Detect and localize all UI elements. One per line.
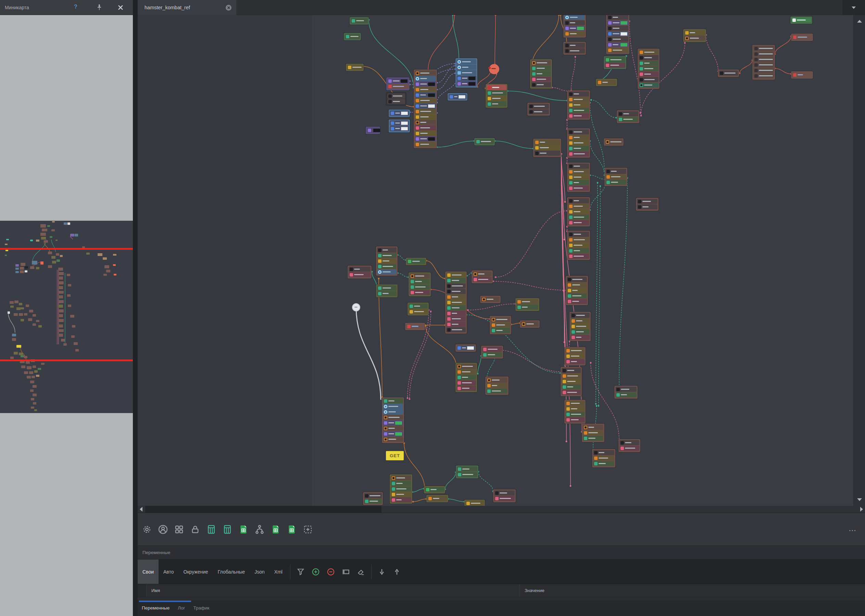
node-action-row[interactable] <box>639 82 659 88</box>
node-action-row[interactable] <box>753 46 774 51</box>
node-action-row[interactable] <box>605 169 626 174</box>
graph-node[interactable] <box>567 197 590 226</box>
node-action-row[interactable] <box>568 174 589 180</box>
node-action-row[interactable] <box>517 299 538 304</box>
node-action-row[interactable] <box>593 450 614 455</box>
node-action-row[interactable] <box>415 142 436 147</box>
node-action-row[interactable] <box>568 169 589 174</box>
node-action-row[interactable] <box>415 109 436 114</box>
graph-node[interactable] <box>718 69 739 77</box>
graph-node[interactable] <box>636 198 659 211</box>
node-action-row[interactable] <box>570 329 590 334</box>
bottom-tab-переменные[interactable]: Переменные <box>138 600 173 611</box>
node-action-row[interactable] <box>615 392 637 397</box>
node-action-row[interactable] <box>457 369 476 374</box>
node-action-row[interactable] <box>570 335 590 340</box>
value-box[interactable] <box>428 82 435 86</box>
node-action-row[interactable] <box>415 120 436 125</box>
scroll-left-icon[interactable] <box>140 507 142 512</box>
node-action-row[interactable] <box>566 417 585 422</box>
variables-tab-окружение[interactable]: Окружение <box>179 559 213 584</box>
graph-node[interactable] <box>563 15 586 38</box>
graph-node[interactable] <box>346 64 364 71</box>
node-action-row[interactable] <box>387 99 405 104</box>
tab-close-icon[interactable] <box>226 5 232 11</box>
node-action-row[interactable] <box>568 163 589 169</box>
node-action-row[interactable] <box>487 90 506 96</box>
graph-canvas[interactable]: GET <box>138 15 853 506</box>
node-action-row[interactable] <box>607 42 629 47</box>
node-action-row[interactable] <box>568 151 589 156</box>
graph-node[interactable] <box>455 363 477 392</box>
node-action-row[interactable] <box>410 273 430 278</box>
settings-gear-icon[interactable] <box>142 524 152 534</box>
node-action-row[interactable] <box>486 388 507 394</box>
node-action-row[interactable] <box>377 264 397 269</box>
graph-node[interactable] <box>596 79 617 86</box>
node-action-row[interactable] <box>719 71 738 75</box>
value-box[interactable] <box>395 421 402 425</box>
graph-node[interactable] <box>604 56 626 69</box>
node-action-row[interactable] <box>446 294 466 299</box>
node-action-row[interactable] <box>534 140 560 145</box>
node-action-row[interactable] <box>457 472 477 477</box>
value-box[interactable] <box>467 346 474 350</box>
vertical-scrollbar[interactable] <box>853 15 865 506</box>
node-action-row[interactable] <box>583 425 603 430</box>
node-action-row[interactable] <box>531 82 551 87</box>
node-action-row[interactable] <box>367 128 379 133</box>
node-action-row[interactable] <box>753 57 774 62</box>
node-action-row[interactable] <box>486 383 507 388</box>
pin-icon[interactable] <box>95 3 103 12</box>
variables-tab-xml[interactable]: Xml <box>269 559 287 584</box>
graph-node[interactable] <box>791 33 813 41</box>
node-action-row[interactable] <box>570 313 590 318</box>
node-action-row[interactable] <box>605 63 625 68</box>
graph-node[interactable] <box>424 486 445 493</box>
graph-node[interactable] <box>350 17 369 25</box>
node-action-row[interactable] <box>449 94 466 99</box>
graph-node[interactable] <box>447 93 468 101</box>
graph-node[interactable] <box>790 16 812 24</box>
graph-node[interactable] <box>490 316 511 334</box>
graph-node[interactable] <box>406 258 426 265</box>
node-action-row[interactable] <box>387 84 408 89</box>
node-action-row[interactable] <box>639 50 659 55</box>
node-action-row[interactable] <box>351 18 368 23</box>
minimap-canvas[interactable] <box>0 221 133 413</box>
graph-node[interactable] <box>563 42 586 55</box>
node-action-row[interactable] <box>564 26 585 31</box>
graph-node[interactable] <box>493 489 516 502</box>
sheet-green-icon-2[interactable] <box>271 524 281 534</box>
node-action-row[interactable] <box>562 368 581 373</box>
node-action-row[interactable] <box>415 93 436 97</box>
node-action-row[interactable] <box>446 278 466 283</box>
graph-node[interactable] <box>481 346 503 359</box>
node-action-row[interactable] <box>377 247 397 253</box>
value-box[interactable] <box>428 104 435 108</box>
node-action-row[interactable] <box>562 373 581 379</box>
graph-node[interactable] <box>561 367 582 396</box>
graph-node[interactable] <box>363 492 383 505</box>
node-action-row[interactable] <box>446 327 466 332</box>
graph-node[interactable] <box>604 168 627 186</box>
end-node-red-circle[interactable] <box>489 64 499 74</box>
graph-node[interactable] <box>386 77 410 90</box>
value-box[interactable] <box>401 127 408 130</box>
node-action-row[interactable] <box>415 82 436 86</box>
node-action-row[interactable] <box>377 253 397 258</box>
graph-node[interactable] <box>464 500 485 506</box>
node-action-row[interactable] <box>568 135 589 140</box>
node-action-row[interactable] <box>487 101 506 107</box>
node-action-row[interactable] <box>457 75 476 81</box>
node-action-row[interactable] <box>568 198 589 203</box>
node-action-row[interactable] <box>605 174 626 179</box>
graph-node[interactable] <box>348 266 372 278</box>
node-action-row[interactable] <box>390 110 409 116</box>
node-action-row[interactable] <box>605 139 622 145</box>
value-box[interactable] <box>621 32 627 36</box>
graph-node[interactable] <box>567 231 590 260</box>
graph-node[interactable] <box>455 58 477 88</box>
node-action-row[interactable] <box>390 126 409 131</box>
graph-node[interactable] <box>344 33 361 40</box>
